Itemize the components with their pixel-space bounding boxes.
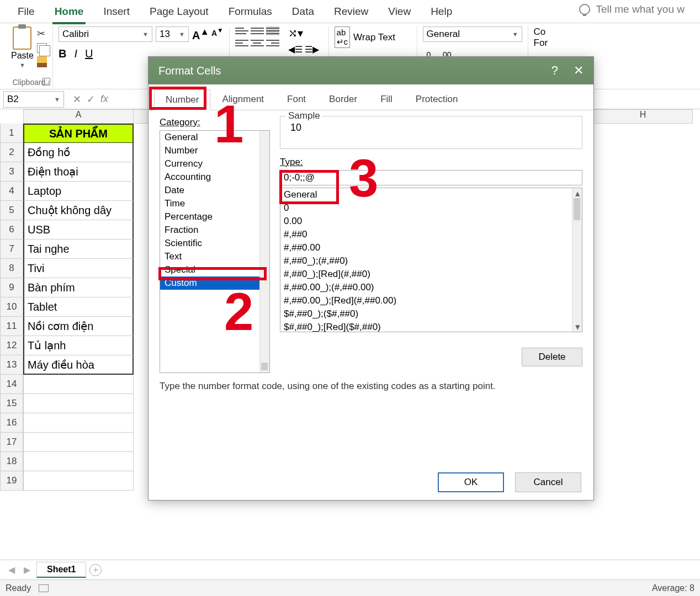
row-1[interactable]: 1 [0, 124, 23, 143]
bold-button[interactable]: B [59, 47, 66, 60]
tell-me[interactable]: Tell me what you w [579, 3, 685, 15]
cell-A18[interactable] [23, 452, 134, 471]
cat-fraction[interactable]: Fraction [160, 223, 269, 237]
paste-button[interactable]: Paste ▼ [11, 26, 34, 68]
align-center[interactable] [251, 39, 264, 47]
fmt-3[interactable]: #,##0 [280, 228, 582, 241]
scroll-up-icon[interactable]: ▴ [572, 188, 582, 198]
row-17[interactable]: 17 [0, 433, 23, 452]
row-18[interactable]: 18 [0, 452, 23, 471]
row-13[interactable]: 13 [0, 355, 23, 375]
row-2[interactable]: 2 [0, 143, 23, 162]
help-icon[interactable]: ? [551, 63, 558, 78]
category-scrollbar[interactable] [259, 131, 269, 372]
underline-button[interactable]: U [85, 47, 93, 60]
tab-formulas[interactable]: Formulas [226, 3, 274, 22]
sheet-nav-prev[interactable]: ◀ [6, 564, 18, 576]
fmt-7[interactable]: #,##0.00_);(#,##0.00) [280, 281, 582, 294]
dlg-tab-alignment[interactable]: Alignment [210, 89, 275, 110]
cell-A12[interactable]: Tủ lạnh [23, 336, 134, 355]
italic-button[interactable]: I [74, 47, 77, 60]
format-list[interactable]: General 0 0.00 #,##0 #,##0.00 #,##0_);(#… [280, 188, 582, 332]
tab-data[interactable]: Data [290, 3, 316, 22]
close-icon[interactable]: ✕ [574, 63, 584, 78]
delete-button[interactable]: Delete [522, 348, 582, 366]
row-11[interactable]: 11 [0, 317, 23, 336]
tab-review[interactable]: Review [332, 3, 370, 22]
col-A[interactable]: A [23, 109, 134, 124]
clipboard-launcher[interactable] [43, 78, 50, 86]
row-15[interactable]: 15 [0, 394, 23, 413]
cancel-button[interactable]: Cancel [515, 472, 581, 492]
add-sheet-button[interactable]: + [89, 564, 102, 576]
cat-special[interactable]: Special [160, 263, 269, 276]
align-middle[interactable] [251, 26, 264, 35]
sheet-nav-next[interactable]: ▶ [21, 564, 33, 576]
fmt-4[interactable]: #,##0.00 [280, 241, 582, 254]
orientation-button[interactable]: ⤭▾ [288, 26, 319, 40]
dlg-tab-protection[interactable]: Protection [404, 89, 470, 110]
cat-general[interactable]: General [160, 131, 269, 144]
scroll-down-icon[interactable]: ▾ [572, 322, 582, 332]
cell-A5[interactable]: Chuột không dây [23, 201, 134, 220]
cell-A14[interactable] [23, 375, 134, 394]
cat-time[interactable]: Time [160, 197, 269, 210]
dlg-tab-font[interactable]: Font [275, 89, 317, 110]
enter-formula-icon[interactable]: ✓ [87, 93, 95, 105]
row-7[interactable]: 7 [0, 240, 23, 259]
row-10[interactable]: 10 [0, 297, 23, 317]
increase-indent[interactable]: ☰▶ [305, 44, 319, 55]
fmt-6[interactable]: #,##0_);[Red](#,##0) [280, 268, 582, 281]
tab-file[interactable]: File [15, 3, 37, 22]
cat-accounting[interactable]: Accounting [160, 171, 269, 184]
row-8[interactable]: 8 [0, 259, 23, 278]
record-macro-icon[interactable] [39, 584, 49, 592]
dlg-tab-number[interactable]: Number [154, 89, 210, 110]
align-right[interactable] [266, 39, 279, 47]
cell-A16[interactable] [23, 413, 134, 433]
cat-text[interactable]: Text [160, 250, 269, 263]
fmt-9[interactable]: $#,##0_);($#,##0) [280, 307, 582, 321]
row-9[interactable]: 9 [0, 278, 23, 297]
dlg-tab-border[interactable]: Border [317, 89, 369, 110]
row-16[interactable]: 16 [0, 413, 23, 433]
cat-currency[interactable]: Currency [160, 157, 269, 171]
cat-date[interactable]: Date [160, 184, 269, 197]
fmt-0[interactable]: General [280, 188, 582, 201]
category-list[interactable]: General Number Currency Accounting Date … [160, 130, 270, 373]
cat-custom[interactable]: Custom [160, 276, 269, 290]
cell-A15[interactable] [23, 394, 134, 413]
cell-A13[interactable]: Máy điều hòa [23, 355, 134, 375]
align-left[interactable] [235, 39, 248, 47]
tab-insert[interactable]: Insert [101, 3, 132, 22]
sheet-tab-1[interactable]: Sheet1 [36, 562, 86, 578]
cut-button[interactable]: ✂ [37, 28, 47, 40]
format-scrollbar[interactable]: ▴ ▾ [572, 188, 582, 332]
dialog-titlebar[interactable]: Format Cells ? ✕ [149, 57, 593, 84]
cell-A10[interactable]: Tablet [23, 297, 134, 317]
decrease-font-icon[interactable]: A▼ [211, 26, 224, 42]
col-H[interactable]: H [593, 109, 693, 124]
number-format-select[interactable]: General▼ [423, 26, 522, 42]
wrap-text-button[interactable]: ab↵c Wrap Text [335, 26, 395, 48]
type-input[interactable] [280, 170, 582, 185]
format-painter-button[interactable] [37, 56, 47, 67]
cell-A2[interactable]: Đồng hồ [23, 143, 134, 162]
cell-A4[interactable]: Laptop [23, 182, 134, 201]
cells[interactable]: SẢN PHẨM Đồng hồ Điện thoại Laptop Chuột… [23, 124, 134, 491]
row-12[interactable]: 12 [0, 336, 23, 355]
cell-A1[interactable]: SẢN PHẨM [23, 124, 134, 143]
increase-font-icon[interactable]: A▲ [192, 26, 209, 42]
tab-page-layout[interactable]: Page Layout [147, 3, 211, 22]
font-size-select[interactable]: 13▼ [156, 26, 189, 42]
align-top[interactable] [235, 26, 248, 35]
cell-A9[interactable]: Bàn phím [23, 278, 134, 297]
row-6[interactable]: 6 [0, 220, 23, 240]
fmt-2[interactable]: 0.00 [280, 215, 582, 228]
cat-percentage[interactable]: Percentage [160, 210, 269, 223]
tab-home[interactable]: Home [52, 3, 86, 24]
row-4[interactable]: 4 [0, 182, 23, 201]
font-name-select[interactable]: Calibri▼ [59, 26, 152, 42]
decrease-indent[interactable]: ◀☰ [288, 44, 303, 55]
cell-A8[interactable]: Tivi [23, 259, 134, 278]
